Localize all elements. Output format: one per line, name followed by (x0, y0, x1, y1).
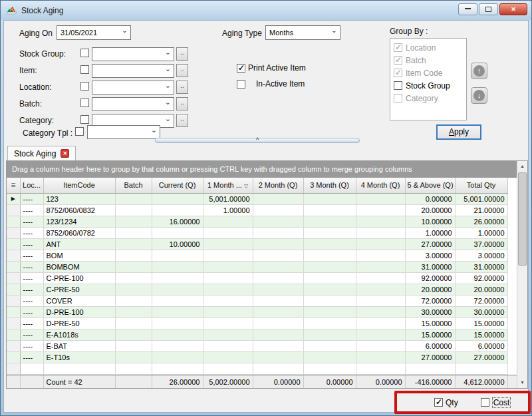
cell-current[interactable] (152, 329, 203, 340)
cell-m3[interactable] (303, 250, 356, 261)
cell-loc[interactable]: ---- (20, 306, 43, 317)
category-tpl-combobox[interactable]: ⌄ (87, 125, 160, 139)
cell-m3[interactable] (303, 340, 356, 351)
cell-above[interactable]: 0.00000 (405, 193, 455, 204)
cell-loc[interactable]: ---- (20, 216, 43, 227)
cell-item[interactable]: D-PRE-50 (43, 317, 115, 329)
item-combobox[interactable]: ⌄ (92, 64, 174, 78)
cell-m4[interactable] (356, 250, 405, 261)
cell-m2[interactable] (253, 227, 303, 238)
cell-m4[interactable] (356, 317, 405, 329)
table-row[interactable]: ▶----1235,001.000000.000005,001.00000 (7, 193, 507, 204)
cell-item[interactable]: BOM (43, 250, 115, 261)
cell-m2[interactable] (253, 216, 303, 227)
tab-stock-aging[interactable]: Stock Aging ✕ (7, 146, 76, 160)
category-browse-button[interactable]: .. (176, 114, 188, 127)
print-active-checkbox[interactable] (237, 64, 245, 73)
cell-item[interactable]: C-PRE-50 (43, 284, 115, 295)
cell-m3[interactable] (303, 227, 356, 238)
stock-group-browse-button[interactable]: .. (176, 47, 188, 61)
cell-batch[interactable] (115, 306, 152, 317)
stock-group-checkbox[interactable] (394, 81, 402, 90)
item-checkbox[interactable] (80, 65, 89, 74)
batch-checkbox[interactable] (80, 99, 89, 107)
cell-batch[interactable] (115, 284, 152, 295)
cell-loc[interactable]: ---- (20, 261, 43, 272)
cell-total[interactable]: 30.00000 (455, 306, 507, 317)
table-row[interactable]: ----C-PRE-10092.0000092.00000 (7, 272, 507, 284)
cell-total[interactable]: 92.00000 (455, 272, 507, 284)
cell-above[interactable]: 15.00000 (405, 317, 455, 329)
cell-total[interactable]: 72.00000 (455, 295, 507, 306)
cell-m4[interactable] (356, 351, 405, 363)
cell-m4[interactable] (356, 306, 405, 317)
scroll-down-icon[interactable]: ▼ (517, 377, 527, 388)
cell-batch[interactable] (115, 317, 152, 329)
table-row[interactable]: ----8752/060/08321.0000020.0000021.00000 (7, 204, 507, 216)
cell-item[interactable]: E-BAT (43, 340, 115, 351)
vertical-scrollbar[interactable]: ▲ ▼ (517, 161, 527, 388)
cell-total[interactable]: 5,001.00000 (455, 193, 507, 204)
table-row[interactable]: ----E-BAT6.000006.00000 (7, 340, 507, 351)
splitter-bar[interactable]: ˄ (155, 138, 360, 143)
cell-total[interactable]: 1.00000 (455, 227, 507, 238)
cell-m1[interactable] (203, 238, 253, 250)
cell-batch[interactable] (115, 329, 152, 340)
aging-on-combobox[interactable]: 31/05/2021 ⌄ (57, 25, 131, 40)
cell-total[interactable]: 6.00000 (455, 340, 507, 351)
location-browse-button[interactable]: .. (176, 81, 188, 94)
category-tpl-checkbox[interactable] (75, 127, 84, 136)
cell-loc[interactable]: ---- (20, 295, 43, 306)
table-row[interactable]: ----D-PRE-10030.0000030.00000 (7, 306, 507, 317)
table-row[interactable]: ----ANT10.0000027.0000037.00000 (7, 238, 507, 250)
col-header-5-above-q[interactable]: 5 & Above (Q) (405, 178, 455, 193)
cell-m1[interactable] (203, 329, 253, 340)
inactive-checkbox[interactable] (237, 80, 245, 89)
cell-m2[interactable] (253, 306, 303, 317)
cell-loc[interactable]: ---- (20, 284, 43, 295)
cell-m2[interactable] (253, 295, 303, 306)
cell-current[interactable] (152, 227, 203, 238)
cell-m3[interactable] (303, 216, 356, 227)
table-row[interactable]: ----COVER72.0000072.00000 (7, 295, 507, 306)
cell-m1[interactable] (203, 216, 253, 227)
cell-m3[interactable] (303, 238, 356, 250)
col-header-current-q[interactable]: Current (Q) (152, 178, 203, 193)
cell-current[interactable] (152, 317, 203, 329)
scroll-up-icon[interactable]: ▲ (517, 161, 527, 172)
cell-m1[interactable] (203, 340, 253, 351)
cell-loc[interactable]: ---- (20, 272, 43, 284)
cell-current[interactable] (152, 284, 203, 295)
cell-batch[interactable] (115, 238, 152, 250)
cell-m3[interactable] (303, 306, 356, 317)
move-up-button[interactable]: ↑ (471, 63, 487, 79)
cell-current[interactable] (152, 340, 203, 351)
col-header-itemcode[interactable]: ItemCode (43, 178, 115, 193)
cell-m1[interactable] (203, 227, 253, 238)
cell-m2[interactable] (253, 329, 303, 340)
cell-current[interactable] (152, 204, 203, 216)
col-header-batch[interactable]: Batch (115, 178, 152, 193)
cell-loc[interactable]: ---- (20, 340, 43, 351)
cell-item[interactable]: E-T10s (43, 351, 115, 363)
cell-m1[interactable] (203, 351, 253, 363)
cell-m1[interactable] (203, 284, 253, 295)
table-row[interactable]: ----E-T10s27.0000027.00000 (7, 351, 507, 363)
cell-m3[interactable] (303, 295, 356, 306)
cell-current[interactable]: 10.00000 (152, 238, 203, 250)
cell-total[interactable]: 20.00000 (455, 284, 507, 295)
cell-m2[interactable] (253, 272, 303, 284)
cell-item[interactable]: E-A1018s (43, 329, 115, 340)
cell-current[interactable] (152, 250, 203, 261)
cell-m1[interactable] (203, 295, 253, 306)
cell-loc[interactable]: ---- (20, 227, 43, 238)
close-button[interactable]: ✕ (499, 3, 527, 15)
cell-current[interactable] (152, 261, 203, 272)
cell-total[interactable]: 27.00000 (455, 351, 507, 363)
cell-batch[interactable] (115, 295, 152, 306)
cell-total[interactable]: 31.00000 (455, 261, 507, 272)
cell-m2[interactable] (253, 193, 303, 204)
cell-current[interactable] (152, 306, 203, 317)
cell-batch[interactable] (115, 340, 152, 351)
cell-above[interactable]: 20.00000 (405, 204, 455, 216)
